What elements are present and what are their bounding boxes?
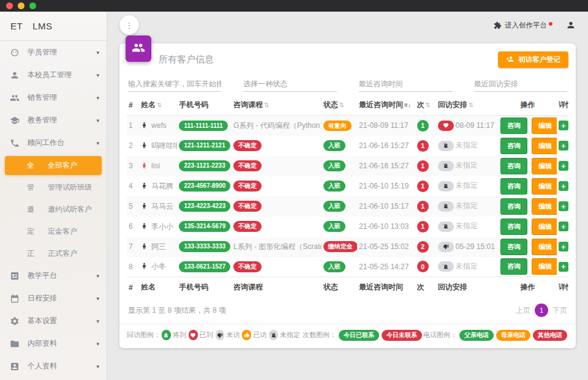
edit-button[interactable]: 编辑 xyxy=(532,117,557,134)
consult-button[interactable]: 咨询 xyxy=(500,198,527,215)
legend-row: 回访图例：将到已到未访已访未指定次数图例：今日已联系今日未联系电话图例：父亲电话… xyxy=(119,324,576,348)
status-cell: 入班 xyxy=(322,156,357,176)
sidebar-item-teaching-platform[interactable]: 教学平台▾ xyxy=(0,264,107,287)
sidebar-item-academic-management[interactable]: 教务管理▾ xyxy=(0,109,107,132)
gear-icon xyxy=(10,316,20,326)
consult-button[interactable]: 咨询 xyxy=(500,239,527,255)
expand-details-button[interactable]: + xyxy=(559,181,568,191)
consult-button[interactable]: 咨询 xyxy=(500,218,527,235)
row-index: 3 xyxy=(127,156,139,176)
visit-plan-cell: 未指定 xyxy=(436,156,499,176)
register-first-visit-button[interactable]: 初访客户登记 xyxy=(498,51,568,68)
sidebar-item-basic-settings[interactable]: 基本设置▾ xyxy=(0,310,107,332)
consult-time-filter[interactable] xyxy=(359,76,452,92)
zoom-window-button[interactable] xyxy=(29,2,36,9)
sidebar-subitem-deposit-customers[interactable]: 定定金客户 xyxy=(0,220,107,242)
details-cell: + xyxy=(557,176,568,196)
consult-button[interactable]: 咨询 xyxy=(500,138,527,154)
sidebar-subitem-official-customers[interactable]: 正正式客户 xyxy=(0,242,107,264)
column-header-visit-plan[interactable]: 回访安排⇅ xyxy=(436,95,499,116)
person-icon xyxy=(141,142,148,149)
edit-button[interactable]: 编辑 xyxy=(532,138,557,154)
minimize-window-button[interactable] xyxy=(18,2,24,9)
card-header: 所有客户信息 初访客户登记 xyxy=(127,50,568,69)
expand-details-button[interactable]: + xyxy=(559,161,568,171)
column-header-name[interactable]: 姓名⇅ xyxy=(139,95,177,116)
consult-time-cell: 21-08-09 11:17 xyxy=(357,116,415,136)
column-header-count[interactable]: 次⇅ xyxy=(415,95,436,116)
edit-button[interactable]: 编辑 xyxy=(532,258,557,275)
legend-item-label: 已到 xyxy=(200,330,213,340)
current-page-badge[interactable]: 1 xyxy=(535,304,548,317)
customer-name-cell: 小冬 xyxy=(139,257,177,277)
prev-page-button[interactable]: 上页 xyxy=(516,305,530,316)
consult-button[interactable]: 咨询 xyxy=(500,117,527,134)
profile-icon xyxy=(10,362,20,371)
details-cell: + xyxy=(557,116,568,136)
consult-time-cell: 21-05-25 14:27 xyxy=(357,257,415,277)
person-icon xyxy=(141,203,148,209)
expand-details-button[interactable]: + xyxy=(559,242,568,251)
customer-name: 呜哩哇啦 xyxy=(151,141,177,150)
group-icon xyxy=(132,41,145,57)
count-cell: 0 xyxy=(415,257,436,277)
sidebar-item-consultant-workbench[interactable]: 顾问工作台▾ xyxy=(0,132,107,154)
sidebar-item-student-management[interactable]: 学员管理▾ xyxy=(0,41,107,64)
heart-icon xyxy=(189,330,198,340)
sidebar-subitem-invite-trial-customers[interactable]: 邀邀约试听客户 xyxy=(0,198,107,220)
sidebar-menu: 学员管理▾本校员工管理▾销售管理▾教务管理▾顾问工作台▾全全部客户管管理试听班级… xyxy=(0,41,107,378)
column-header-course[interactable]: 咨询课程⇅ xyxy=(232,95,322,116)
status-select[interactable] xyxy=(243,76,336,92)
next-page-button[interactable]: 下页 xyxy=(552,305,567,316)
expand-details-button[interactable]: + xyxy=(559,141,568,151)
thumb-down-icon xyxy=(216,330,225,340)
vertical-dots-icon: ⋮ xyxy=(126,21,134,30)
column-header-index: # xyxy=(127,277,139,298)
expand-details-button[interactable]: + xyxy=(559,121,568,130)
sidebar-item-staff-management[interactable]: 本校员工管理▾ xyxy=(0,64,107,86)
close-window-button[interactable] xyxy=(6,2,13,9)
creation-platform-label: 进入创作平台 xyxy=(505,21,547,30)
edit-button[interactable]: 编辑 xyxy=(532,218,557,235)
chevron-down-icon: ▾ xyxy=(96,72,99,78)
status-cell: 入班 xyxy=(322,136,357,156)
column-header-index: # xyxy=(127,95,139,116)
user-icon[interactable] xyxy=(566,20,576,30)
edit-button[interactable]: 编辑 xyxy=(532,239,557,255)
consult-button[interactable]: 咨询 xyxy=(500,258,527,275)
main-content: ⋮ 进入创作平台 所有客户信息 xyxy=(107,12,588,380)
column-header-status[interactable]: 状态⇅ xyxy=(322,95,357,116)
consult-time-cell: 21-05-25 15:02 xyxy=(357,237,415,257)
sidebar-item-sales-management[interactable]: 销售管理▾ xyxy=(0,86,107,109)
face-icon xyxy=(10,48,20,58)
expand-details-button[interactable]: + xyxy=(559,262,568,272)
phone-cell: 123-4223-4223 xyxy=(177,196,231,217)
creation-platform-link[interactable]: 进入创作平台 xyxy=(494,21,552,30)
legend-item-label: 未访 xyxy=(226,330,239,340)
more-options-button[interactable]: ⋮ xyxy=(119,15,139,35)
sidebar-item-schedule[interactable]: 日程安排▾ xyxy=(0,287,107,310)
sidebar-item-internal-materials[interactable]: 内部资料▾ xyxy=(0,332,107,355)
consult-button[interactable]: 咨询 xyxy=(500,158,527,174)
sidebar-item-personal-profile[interactable]: 个人资料▾ xyxy=(0,355,107,378)
edit-button[interactable]: 编辑 xyxy=(532,158,557,174)
edit-button[interactable]: 编辑 xyxy=(532,178,557,195)
expand-details-button[interactable]: + xyxy=(559,222,568,231)
visit-plan-text: 未指定 xyxy=(456,161,478,170)
course-cell: G系列 - 代码编程（Python） xyxy=(232,116,322,136)
table-row: 2呜哩哇啦121-1211-2121不确定入班21-06-16 15:271未指… xyxy=(127,136,568,156)
visit-plan-filter[interactable] xyxy=(474,76,567,92)
actions-cell: 咨询编辑 xyxy=(499,156,557,176)
consult-button[interactable]: 咨询 xyxy=(500,178,527,195)
course-text: G系列 - 代码编程（Python） xyxy=(233,121,322,130)
search-input[interactable] xyxy=(128,76,221,92)
heart-icon xyxy=(438,121,454,131)
expand-details-button[interactable]: + xyxy=(559,201,568,211)
column-header-name: 姓名 xyxy=(139,277,177,298)
column-header-consult-time[interactable]: 最近咨询时间≡↓ xyxy=(357,95,415,116)
sidebar-subitem-manage-trial-classes[interactable]: 管管理试听班级 xyxy=(0,176,107,198)
edit-button[interactable]: 编辑 xyxy=(532,198,557,215)
sort-icon: ⇅ xyxy=(339,102,344,108)
sidebar-subitem-all-customers[interactable]: 全全部客户 xyxy=(5,156,102,175)
row-index: 7 xyxy=(127,237,139,257)
